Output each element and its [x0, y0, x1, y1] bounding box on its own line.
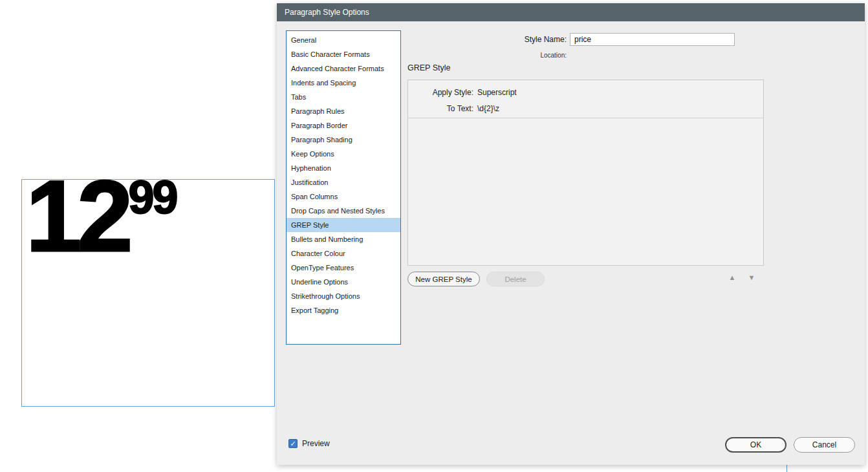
sidebar-item-basic-character-formats[interactable]: Basic Character Formats [287, 47, 400, 61]
price-text: 1299 [26, 156, 177, 277]
text-frame[interactable]: 1299 [21, 179, 275, 407]
apply-style-label: Apply Style: [408, 88, 473, 97]
sidebar-item-span-columns[interactable]: Span Columns [287, 189, 400, 204]
sidebar-item-export-tagging[interactable]: Export Tagging [287, 303, 400, 317]
paragraph-style-options-dialog: Paragraph Style Options General Basic Ch… [277, 3, 865, 465]
delete-button[interactable]: Delete [486, 272, 545, 286]
style-name-input[interactable] [570, 33, 735, 46]
sidebar-item-paragraph-shading[interactable]: Paragraph Shading [287, 133, 400, 147]
sidebar-item-advanced-character-formats[interactable]: Advanced Character Formats [287, 61, 400, 76]
sidebar-item-underline-options[interactable]: Underline Options [287, 275, 400, 289]
sidebar-item-drop-caps-and-nested-styles[interactable]: Drop Caps and Nested Styles [287, 204, 400, 218]
style-name-label: Style Name: [490, 33, 567, 46]
style-options-list: General Basic Character Formats Advanced… [286, 30, 401, 345]
sidebar-item-justification[interactable]: Justification [287, 175, 400, 189]
sidebar-item-paragraph-border[interactable]: Paragraph Border [287, 118, 400, 133]
sidebar-item-general[interactable]: General [287, 33, 400, 47]
cancel-button[interactable]: Cancel [794, 437, 855, 453]
location-label: Location: [490, 51, 567, 60]
sidebar-item-paragraph-rules[interactable]: Paragraph Rules [287, 104, 400, 118]
sidebar-item-indents-and-spacing[interactable]: Indents and Spacing [287, 76, 400, 90]
ok-button[interactable]: OK [725, 437, 787, 453]
preview-control: ✓ Preview [288, 438, 330, 449]
new-grep-style-button[interactable]: New GREP Style [407, 272, 480, 286]
sidebar-item-keep-options[interactable]: Keep Options [287, 147, 400, 161]
to-text-label: To Text: [408, 104, 473, 113]
sidebar-item-opentype-features[interactable]: OpenType Features [287, 261, 400, 275]
move-up-icon[interactable]: ▲ [726, 274, 739, 281]
sidebar-item-grep-style[interactable]: GREP Style [287, 218, 400, 232]
dialog-title: Paragraph Style Options [285, 8, 369, 17]
grep-style-heading: GREP Style [407, 63, 450, 72]
sidebar-item-bullets-and-numbering[interactable]: Bullets and Numbering [287, 232, 400, 246]
preview-label: Preview [302, 439, 330, 448]
price-main: 12 [26, 160, 128, 272]
grep-style-entry[interactable]: Apply Style: Superscript To Text: \d{2}\… [408, 80, 763, 118]
sidebar-item-strikethrough-options[interactable]: Strikethrough Options [287, 289, 400, 303]
apply-style-value[interactable]: Superscript [477, 88, 517, 97]
move-down-icon[interactable]: ▼ [745, 274, 758, 281]
sidebar-item-tabs[interactable]: Tabs [287, 90, 400, 104]
preview-checkbox[interactable]: ✓ [288, 439, 298, 448]
sidebar-item-character-colour[interactable]: Character Colour [287, 246, 400, 261]
sidebar-item-hyphenation[interactable]: Hyphenation [287, 161, 400, 175]
dialog-titlebar[interactable]: Paragraph Style Options [277, 3, 865, 21]
price-superscript: 99 [128, 171, 176, 223]
to-text-value[interactable]: \d{2}\z [477, 104, 499, 113]
grep-style-list-panel: Apply Style: Superscript To Text: \d{2}\… [407, 80, 764, 266]
